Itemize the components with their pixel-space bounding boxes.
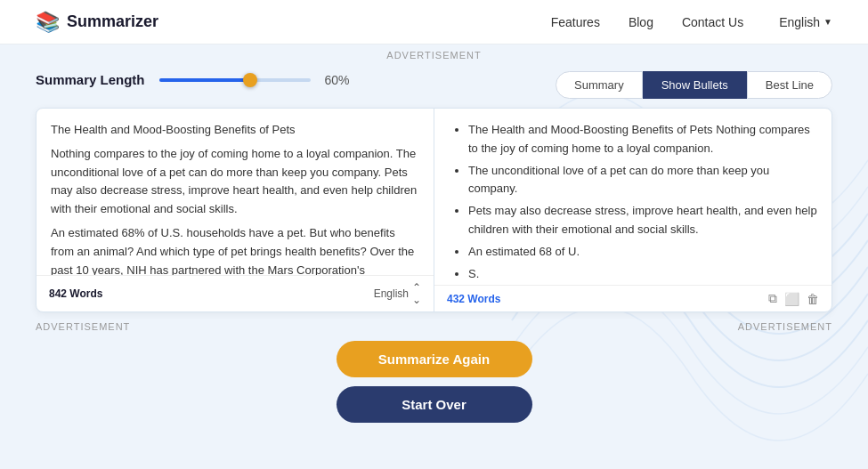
lang-label: English [779,15,820,29]
left-word-count: 842 Words [49,287,102,300]
tab-best-line[interactable]: Best Line [747,71,832,99]
main-content: Summary Length 60% Summary Show Bullets … [0,71,868,423]
right-footer: 432 Words ⧉ ⬜ 🗑 [434,285,831,311]
slider-percent: 60% [325,73,350,87]
length-slider[interactable] [159,78,311,82]
editor-container: The Health and Mood-Boosting Benefits of… [36,108,832,312]
logo-text: Summarizer [67,12,158,31]
summary-controls: Summary Length 60% Summary Show Bullets … [36,71,832,99]
bullet-list: The Health and Mood-Boosting Benefits of… [449,121,817,285]
copy-icon[interactable]: ⧉ [768,291,777,306]
nav-features[interactable]: Features [551,15,600,29]
header: 📚 Summarizer Features Blog Contact Us En… [0,0,868,44]
bullet-item: An estimated 68 of U. [468,243,817,262]
slider-fill [159,78,250,82]
bottom-ads-row: ADVERTISEMENT ADVERTISEMENT [36,321,832,332]
logo: 📚 Summarizer [36,11,158,34]
delete-icon[interactable]: 🗑 [807,292,819,306]
right-text-area[interactable]: The Health and Mood-Boosting Benefits of… [434,109,831,285]
nav: Features Blog Contact Us [551,15,744,29]
summary-length-row: Summary Length 60% [36,72,350,87]
tab-summary[interactable]: Summary [556,71,643,99]
summary-length-label: Summary Length [36,72,145,87]
right-word-count: 432 Words [447,293,500,305]
bullet-item: The Health and Mood-Boosting Benefits of… [468,121,817,158]
bottom-ad-left: ADVERTISEMENT [36,321,130,332]
nav-blog[interactable]: Blog [629,15,653,29]
bullet-item: The unconditional love of a pet can do m… [468,162,817,199]
top-advertisement: ADVERTISEMENT [0,44,868,64]
summarize-again-button[interactable]: Summarize Again [337,341,532,377]
language-selector[interactable]: English ▼ [779,15,832,29]
logo-icon: 📚 [36,11,60,34]
bottom-ad-right: ADVERTISEMENT [738,321,832,332]
left-title: The Health and Mood-Boosting Benefits of… [51,121,419,140]
start-over-button[interactable]: Start Over [337,386,532,423]
download-icon[interactable]: ⬜ [784,292,799,306]
left-lang-select[interactable]: English ⌃⌄ [374,281,421,306]
left-para-1: Nothing compares to the joy of coming ho… [51,145,419,219]
slider-thumb [243,73,257,87]
editor-right: The Health and Mood-Boosting Benefits of… [434,109,831,311]
left-footer: 842 Words English ⌃⌄ [37,275,434,311]
lang-arrow-icon: ▼ [823,17,832,27]
tabs-row: Summary Show Bullets Best Line [556,71,832,99]
nav-contact[interactable]: Contact Us [682,15,743,29]
left-text-area[interactable]: The Health and Mood-Boosting Benefits of… [37,109,434,275]
tab-show-bullets[interactable]: Show Bullets [643,71,747,99]
bottom-section: ADVERTISEMENT ADVERTISEMENT Summarize Ag… [36,321,832,423]
bullet-item: S. [468,265,817,284]
left-para-2: An estimated 68% of U.S. households have… [51,224,419,275]
editor-left: The Health and Mood-Boosting Benefits of… [37,109,434,311]
bullet-item: Pets may also decrease stress, improve h… [468,202,817,239]
left-lang-arrow-icon: ⌃⌄ [412,281,421,306]
footer-icons: ⧉ ⬜ 🗑 [768,291,819,306]
left-lang-label: English [374,287,409,300]
